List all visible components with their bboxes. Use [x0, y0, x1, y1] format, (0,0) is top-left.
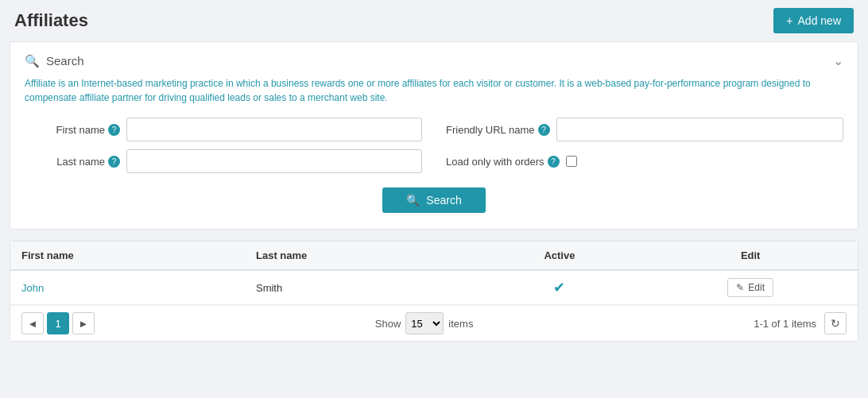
load-only-row: Load only with orders ? — [446, 149, 843, 173]
col-last-name: Last name — [245, 242, 475, 270]
show-label: Show — [375, 318, 401, 330]
first-name-link[interactable]: John — [21, 282, 44, 294]
last-name-label: Last name ? — [25, 156, 120, 168]
load-only-label: Load only with orders ? — [446, 156, 560, 168]
pagination-right: 1-1 of 1 items ↻ — [754, 312, 847, 334]
col-edit: Edit — [643, 242, 858, 270]
search-icon: 🔍 — [25, 54, 40, 68]
search-button-icon: 🔍 — [406, 194, 420, 207]
pagination-left: ◄ 1 ► — [21, 312, 95, 334]
items-per-page-select[interactable]: 15 25 50 100 — [405, 312, 444, 334]
refresh-button[interactable]: ↻ — [824, 312, 847, 334]
edit-label: Edit — [748, 282, 765, 293]
page-title: Affiliates — [14, 10, 88, 31]
search-button-label: Search — [426, 194, 461, 207]
active-check-icon: ✔ — [553, 280, 565, 296]
load-only-checkbox-wrapper — [566, 156, 577, 167]
search-panel: 🔍 Search ⌄ Affiliate is an Internet-base… — [10, 41, 858, 230]
last-name-input[interactable] — [126, 149, 422, 173]
first-name-input[interactable] — [126, 118, 422, 141]
load-only-checkbox[interactable] — [566, 156, 577, 167]
first-name-help-icon[interactable]: ? — [108, 124, 120, 136]
search-title-label: Search — [46, 54, 84, 68]
table-panel: First name Last name Active Edit John Sm… — [10, 241, 858, 342]
cell-active: ✔ — [475, 270, 643, 305]
info-text: Affiliate is an Internet-based marketing… — [25, 76, 843, 105]
table-row: John Smith ✔ ✎ Edit — [10, 270, 858, 305]
search-button[interactable]: 🔍 Search — [382, 187, 485, 213]
next-page-button[interactable]: ► — [72, 312, 95, 334]
friendly-url-help-icon[interactable]: ? — [538, 124, 550, 136]
first-name-label: First name ? — [25, 124, 120, 136]
prev-page-button[interactable]: ◄ — [21, 312, 44, 334]
pagination-bar: ◄ 1 ► Show 15 25 50 100 items 1-1 of 1 i… — [10, 305, 858, 341]
search-panel-header[interactable]: 🔍 Search ⌄ — [25, 53, 843, 68]
col-active: Active — [475, 242, 643, 270]
add-new-label: Add new — [798, 14, 841, 27]
friendly-url-row: Friendly URL name ? — [446, 118, 843, 141]
friendly-url-input[interactable] — [556, 118, 843, 141]
last-name-help-icon[interactable]: ? — [108, 156, 120, 168]
load-only-help-icon[interactable]: ? — [548, 156, 560, 168]
chevron-down-icon: ⌄ — [833, 53, 843, 68]
last-name-row: Last name ? — [25, 149, 422, 173]
pagination-center: Show 15 25 50 100 items — [375, 312, 474, 334]
first-name-row: First name ? — [25, 118, 422, 141]
items-label: items — [448, 318, 473, 330]
search-form: First name ? Friendly URL name ? Last na… — [25, 118, 843, 173]
cell-first-name: John — [10, 270, 245, 305]
col-first-name: First name — [10, 242, 245, 270]
cell-edit: ✎ Edit — [643, 270, 858, 305]
cell-last-name: Smith — [245, 270, 475, 305]
affiliates-table: First name Last name Active Edit John Sm… — [10, 242, 858, 305]
search-button-container: 🔍 Search — [25, 187, 843, 213]
page-1-button[interactable]: 1 — [47, 312, 69, 334]
pagination-summary: 1-1 of 1 items — [754, 318, 816, 330]
edit-button[interactable]: ✎ Edit — [727, 278, 773, 297]
search-panel-title: 🔍 Search — [25, 54, 84, 68]
add-new-button[interactable]: + Add new — [773, 8, 854, 33]
table-header-row: First name Last name Active Edit — [10, 242, 858, 270]
page-header: Affiliates + Add new — [0, 0, 868, 41]
plus-icon: + — [786, 14, 792, 27]
friendly-url-label: Friendly URL name ? — [446, 124, 550, 136]
pencil-icon: ✎ — [736, 282, 744, 293]
